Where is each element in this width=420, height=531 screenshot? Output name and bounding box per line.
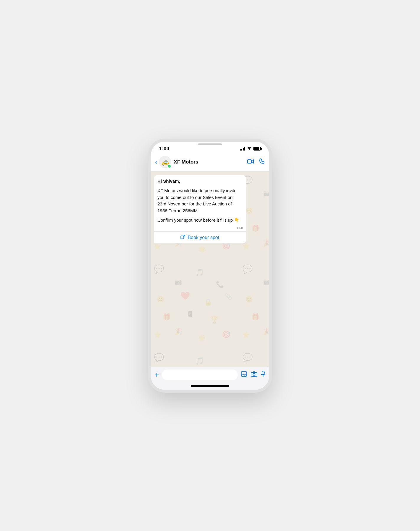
input-icons	[241, 371, 266, 379]
sticker-icon[interactable]	[241, 371, 247, 379]
mic-icon[interactable]	[261, 371, 266, 379]
chat-content: Hi Shivam, XF Motors would like to perso…	[151, 171, 269, 248]
status-time: 1:00	[159, 146, 169, 152]
camera-pill	[198, 143, 222, 145]
signal-icon	[240, 147, 245, 151]
svg-rect-5	[262, 371, 264, 375]
input-bar: +	[151, 367, 269, 383]
message-body: Hi Shivam, XF Motors would like to perso…	[154, 175, 246, 226]
header-actions	[247, 158, 265, 166]
home-bar	[191, 385, 229, 387]
message-input[interactable]	[162, 370, 238, 380]
message-greeting: Hi Shivam,	[157, 178, 242, 185]
phone-frame: 1:00 ‹ 🚕 XF Moto	[148, 139, 272, 393]
chat-header: ‹ 🚕 XF Motors	[151, 153, 269, 171]
phone-call-icon[interactable]	[259, 158, 265, 166]
avatar: 🚕	[159, 156, 171, 168]
message-body-text: XF Motors would like to personally invit…	[157, 187, 242, 214]
svg-rect-0	[248, 160, 251, 163]
svg-point-4	[253, 373, 255, 375]
verified-badge	[167, 164, 171, 168]
back-button[interactable]: ‹	[155, 158, 157, 166]
status-icons	[240, 146, 261, 151]
video-call-icon[interactable]	[247, 159, 254, 165]
cta-button[interactable]: Book your spot	[154, 232, 246, 244]
cta-button-label: Book your spot	[188, 235, 219, 240]
svg-rect-2	[241, 371, 247, 377]
svg-rect-3	[251, 372, 257, 376]
camera-icon[interactable]	[251, 371, 257, 378]
message-cta-text: Confirm your spot now before it fills up…	[157, 217, 242, 224]
contact-name: XF Motors	[174, 159, 247, 165]
wifi-icon	[247, 146, 252, 151]
chat-area: Hi Shivam, XF Motors would like to perso…	[151, 171, 269, 367]
battery-icon	[253, 147, 261, 151]
external-link-icon	[180, 235, 185, 241]
message-timestamp: 1:00	[154, 226, 246, 231]
message-bubble: Hi Shivam, XF Motors would like to perso…	[154, 175, 246, 244]
home-indicator	[151, 383, 269, 390]
message-wrapper: Hi Shivam, XF Motors would like to perso…	[154, 175, 266, 244]
add-button[interactable]: +	[154, 370, 159, 379]
